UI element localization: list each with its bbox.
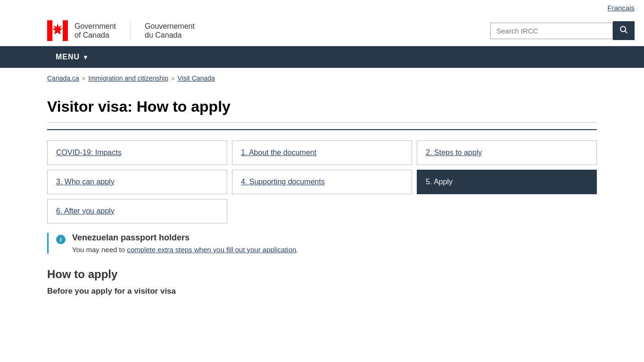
svg-rect-1 bbox=[47, 20, 52, 41]
chevron-down-icon: ▼ bbox=[83, 54, 89, 61]
tab-supporting-docs-link[interactable]: 4. Supporting documents bbox=[241, 178, 325, 186]
svg-rect-2 bbox=[63, 20, 68, 41]
logo-area: Government of Canada Gouvernement du Can… bbox=[47, 20, 195, 41]
gov-name-en-line1: Government bbox=[74, 22, 116, 30]
tab-grid-row2: 3. Who can apply 4. Supporting documents… bbox=[47, 170, 597, 194]
menu-label: MENU bbox=[56, 53, 80, 61]
nav-bar: MENU ▼ bbox=[0, 46, 644, 68]
breadcrumb-sep-2: > bbox=[171, 75, 175, 82]
tab-apply-label: 5. Apply bbox=[426, 178, 453, 186]
gov-name-fr-line2: du Canada bbox=[145, 31, 182, 39]
breadcrumb: Canada.ca > Immigration and citizenship … bbox=[0, 68, 644, 89]
tab-steps-to-apply[interactable]: 2. Steps to apply bbox=[417, 140, 597, 165]
language-toggle[interactable]: Français bbox=[607, 4, 635, 12]
svg-text:i: i bbox=[60, 236, 62, 243]
tab-about-document[interactable]: 1. About the document bbox=[232, 140, 412, 165]
info-box-text: You may need to complete extra steps whe… bbox=[72, 246, 298, 254]
svg-line-5 bbox=[625, 31, 627, 33]
tab-empty-2 bbox=[417, 199, 597, 223]
title-divider bbox=[47, 129, 597, 130]
info-box-title: Venezuelan passport holders bbox=[72, 233, 298, 243]
gov-name-en-line2: of Canada bbox=[74, 31, 109, 39]
tab-grid-row1: COVID-19: Impacts 1. About the document … bbox=[47, 140, 597, 165]
tab-after-you-apply-link[interactable]: 6. After you apply bbox=[56, 207, 115, 215]
info-box-link[interactable]: complete extra steps when you fill out y… bbox=[127, 246, 296, 254]
breadcrumb-visit-canada[interactable]: Visit Canada bbox=[178, 74, 215, 82]
before-apply-heading: Before you apply for a visitor visa bbox=[47, 287, 597, 296]
info-text-before: You may need to bbox=[72, 246, 127, 254]
government-name: Government of Canada Gouvernement du Can… bbox=[74, 22, 195, 40]
search-input[interactable] bbox=[490, 23, 613, 39]
canada-flag-icon bbox=[47, 20, 68, 41]
gov-name-fr-line1: Gouvernement bbox=[145, 22, 195, 30]
tab-apply-active[interactable]: 5. Apply bbox=[417, 170, 597, 194]
tab-covid[interactable]: COVID-19: Impacts bbox=[47, 140, 227, 165]
tab-steps-to-apply-link[interactable]: 2. Steps to apply bbox=[426, 148, 482, 156]
info-text-after: . bbox=[297, 246, 298, 254]
breadcrumb-canada[interactable]: Canada.ca bbox=[47, 74, 79, 82]
svg-point-4 bbox=[620, 26, 626, 32]
top-bar: Français bbox=[0, 0, 644, 16]
info-icon: i bbox=[55, 234, 66, 254]
tab-after-you-apply[interactable]: 6. After you apply bbox=[47, 199, 227, 223]
how-to-apply-heading: How to apply bbox=[47, 268, 597, 281]
tab-empty-1 bbox=[232, 199, 412, 223]
menu-button[interactable]: MENU ▼ bbox=[47, 46, 98, 68]
tab-supporting-docs[interactable]: 4. Supporting documents bbox=[232, 170, 412, 194]
tab-who-can-apply-link[interactable]: 3. Who can apply bbox=[56, 178, 115, 186]
tab-about-document-link[interactable]: 1. About the document bbox=[241, 148, 316, 156]
main-content: Visitor visa: How to apply COVID-19: Imp… bbox=[0, 89, 644, 319]
search-button[interactable] bbox=[613, 21, 635, 40]
page-title: Visitor visa: How to apply bbox=[47, 98, 597, 123]
info-content: Venezuelan passport holders You may need… bbox=[72, 233, 298, 254]
search-icon bbox=[619, 25, 628, 34]
breadcrumb-immigration[interactable]: Immigration and citizenship bbox=[88, 74, 168, 82]
search-area bbox=[490, 21, 635, 40]
breadcrumb-sep-1: > bbox=[82, 75, 86, 82]
tab-who-can-apply[interactable]: 3. Who can apply bbox=[47, 170, 227, 194]
header: Government of Canada Gouvernement du Can… bbox=[0, 16, 644, 46]
tab-covid-link[interactable]: COVID-19: Impacts bbox=[56, 148, 122, 156]
info-circle-icon: i bbox=[55, 234, 66, 245]
tab-grid-row3: 6. After you apply bbox=[47, 199, 597, 223]
info-box: i Venezuelan passport holders You may ne… bbox=[47, 233, 597, 254]
